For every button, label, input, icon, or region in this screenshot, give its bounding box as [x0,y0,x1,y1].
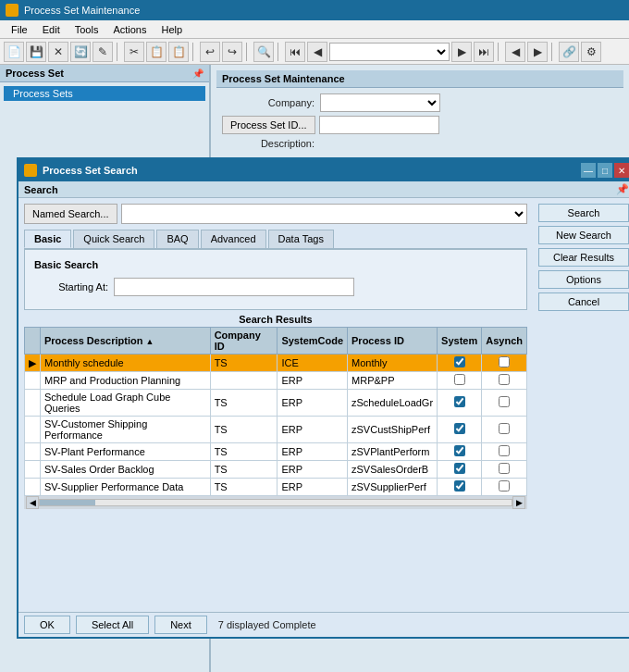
refresh-btn[interactable]: 🔄 [70,42,91,62]
results-header-row: Process Description ▲ Company ID SystemC… [25,328,527,355]
system-checkbox[interactable] [454,480,465,492]
clear-results-button[interactable]: Clear Results [538,248,629,267]
row-system-code: ICE [278,355,348,372]
system-checkbox[interactable] [454,445,465,456]
row-process-id: zSVSupplierPerf [348,479,438,496]
table-row[interactable]: Schedule Load Graph Cube QueriesTSERPzSc… [25,390,527,417]
nav-combo[interactable] [329,43,450,61]
starting-at-input[interactable] [114,278,354,296]
table-row[interactable]: SV-Plant PerformanceTSERPzSVPlantPerform [25,443,527,461]
undo-btn[interactable]: ↩ [200,42,220,62]
new-search-button[interactable]: New Search [538,226,629,244]
asynch-checkbox[interactable] [499,480,510,492]
close-button[interactable]: ✕ [614,163,629,178]
asynch-checkbox[interactable] [499,423,510,434]
modal-icon [24,164,37,177]
app-title: Process Set Maintenance [24,5,140,16]
row-company-id: TS [210,461,278,479]
pin-icon-modal[interactable]: 📌 [616,183,629,195]
system-checkbox[interactable] [454,356,465,367]
link-btn[interactable]: 🔗 [559,42,579,62]
row-asynch-checkbox-cell [482,479,527,496]
scroll-right-arrow[interactable]: ▶ [512,496,525,509]
process-set-id-row: Process Set ID... [216,116,623,134]
row-asynch-checkbox-cell [482,355,527,372]
back-btn[interactable]: ◀ [505,42,525,62]
menu-actions[interactable]: Actions [105,23,154,36]
named-search-button[interactable]: Named Search... [24,204,117,224]
row-system-checkbox-cell [438,390,482,417]
cancel-button[interactable]: Cancel [538,292,629,311]
edit-btn[interactable]: ✎ [92,42,113,62]
first-btn[interactable]: ⏮ [285,42,305,62]
new-btn[interactable]: 📄 [4,42,24,62]
search-header-label: Search [24,184,58,195]
cut-btn[interactable]: ✂ [124,42,144,62]
next-button[interactable]: Next [154,616,207,634]
asynch-checkbox[interactable] [499,396,510,407]
company-row: Company: [216,93,623,112]
tab-basic[interactable]: Basic [24,230,71,248]
table-row[interactable]: SV-Sales Order BacklogTSERPzSVSalesOrder… [25,461,527,479]
separator2 [192,43,196,61]
row-system-checkbox-cell [438,443,482,461]
modal-process-set-search: Process Set Search — □ ✕ Search 📌 Named … [17,157,629,639]
pin-icon[interactable]: 📌 [192,68,204,79]
settings-btn[interactable]: ⚙ [581,42,601,62]
redo-btn[interactable]: ↪ [222,42,242,62]
save-btn[interactable]: 💾 [26,42,46,62]
row-process-id: Monthly [348,355,438,372]
copy-btn[interactable]: 📋 [146,42,166,62]
table-row[interactable]: SV-Supplier Performance DataTSERPzSVSupp… [25,479,527,496]
row-process-id: MRP&PP [348,372,438,390]
process-set-id-input[interactable] [319,116,439,134]
tab-quick-search[interactable]: Quick Search [73,230,154,248]
forward-btn[interactable]: ▶ [527,42,548,62]
separator4 [278,43,281,61]
company-select[interactable] [320,93,440,112]
menu-tools[interactable]: Tools [68,23,106,36]
row-process-desc: SV-Supplier Performance Data [41,479,211,496]
options-button[interactable]: Options [538,270,629,289]
system-checkbox[interactable] [454,423,465,434]
table-row[interactable]: SV-Customer Shipping PerformanceTSERPzSV… [25,417,527,443]
asynch-checkbox[interactable] [499,445,510,456]
table-row[interactable]: ▶Monthly scheduleTSICEMonthly [25,355,527,372]
scroll-left-arrow[interactable]: ◀ [26,496,39,509]
toolbar: 📄 💾 ✕ 🔄 ✎ ✂ 📋 📋 ↩ ↪ 🔍 ⏮ ◀ ▶ ⏭ ◀ ▶ 🔗 ⚙ [0,39,629,65]
tab-data-tags[interactable]: Data Tags [268,230,334,248]
search-btn[interactable]: 🔍 [253,42,274,62]
row-process-id: zSVCustShipPerf [348,417,438,443]
menu-edit[interactable]: Edit [35,23,68,36]
scrollbar-thumb[interactable] [40,500,95,505]
system-checkbox[interactable] [454,463,465,474]
table-row[interactable]: MRP and Production PlanningERPMRP&PP [25,372,527,390]
menu-help[interactable]: Help [154,23,190,36]
named-search-combo[interactable] [121,204,527,224]
row-system-code: ERP [278,479,348,496]
tab-advanced[interactable]: Advanced [201,230,266,248]
asynch-checkbox[interactable] [499,356,510,367]
paste-btn[interactable]: 📋 [168,42,189,62]
ok-button[interactable]: OK [24,616,70,634]
app-icon [6,4,18,17]
asynch-checkbox[interactable] [499,374,510,385]
tab-baq[interactable]: BAQ [156,230,198,248]
delete-btn[interactable]: ✕ [48,42,68,62]
tree-item-process-sets[interactable]: Process Sets [4,86,205,101]
horizontal-scrollbar[interactable]: ◀ ▶ [24,496,527,509]
asynch-checkbox[interactable] [499,463,510,474]
last-btn[interactable]: ⏭ [474,42,494,62]
system-checkbox[interactable] [454,396,465,407]
menu-file[interactable]: File [4,23,35,36]
minimize-button[interactable]: — [581,163,596,178]
maximize-button[interactable]: □ [598,163,612,178]
scrollbar-track[interactable] [39,499,512,506]
process-set-id-button[interactable]: Process Set ID... [222,116,315,134]
system-checkbox[interactable] [454,374,465,385]
prev-btn[interactable]: ◀ [307,42,327,62]
row-system-code: ERP [278,461,348,479]
select-all-button[interactable]: Select All [76,616,149,634]
search-button[interactable]: Search [538,204,629,222]
next-nav-btn[interactable]: ▶ [451,42,472,62]
